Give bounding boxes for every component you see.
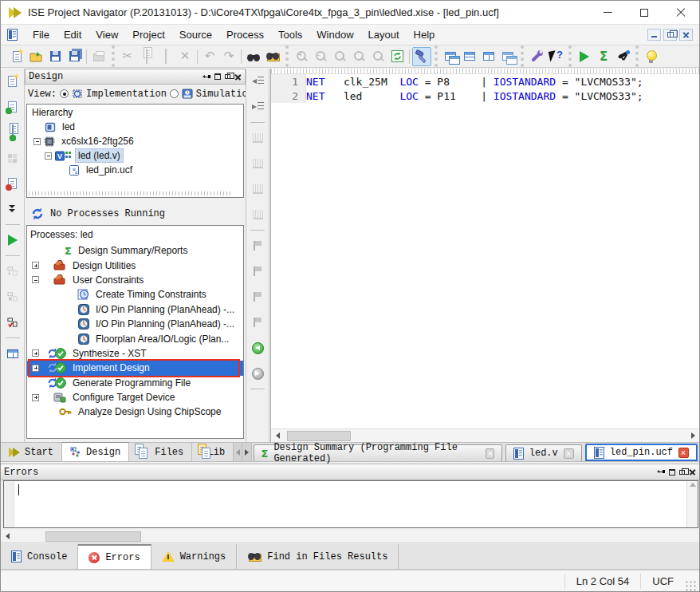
print-button[interactable] (89, 47, 108, 66)
process-design-summary[interactable]: Σ Design Summary/Reports (27, 243, 243, 258)
column-ruler-button[interactable] (248, 180, 267, 199)
editor-tab-design-summary[interactable]: Σ Design Summary (Programming File Gener… (254, 444, 502, 461)
implement-tools-button[interactable] (412, 47, 431, 66)
column-ruler-5-button[interactable] (248, 205, 267, 224)
copy-button[interactable] (137, 47, 156, 66)
tile-horizontal-button[interactable] (460, 47, 479, 66)
collapse-expander-icon[interactable] (33, 138, 41, 145)
resize-grip[interactable] (685, 580, 696, 591)
tab-warnings[interactable]: Warnings (151, 544, 238, 569)
tab-scroll-right-button[interactable] (242, 443, 251, 461)
zoom-full-button[interactable] (330, 47, 349, 66)
stop-button[interactable] (3, 287, 22, 306)
menu-layout[interactable]: Layout (361, 26, 407, 44)
tile-vertical-button[interactable] (479, 47, 498, 66)
navigate-back-button[interactable] (248, 338, 267, 357)
tab-files[interactable]: Files (129, 443, 192, 461)
menu-project[interactable]: Project (125, 26, 171, 44)
process-label[interactable]: I/O Pin Planning (PlanAhead) -... (92, 318, 238, 330)
process-io-pin-planning-post[interactable]: I/O Pin Planning (PlanAhead) -... (27, 317, 243, 331)
process-label[interactable]: Create Timing Constraints (92, 288, 210, 301)
close-panel-icon[interactable] (689, 468, 696, 476)
float-panel-icon[interactable] (203, 73, 210, 81)
process-label[interactable]: I/O Pin Planning (PlanAhead) -... (92, 303, 238, 316)
zoom-in-button[interactable]: + (292, 47, 311, 66)
process-label[interactable]: Design Summary/Reports (75, 244, 191, 257)
more-options-button[interactable] (3, 199, 22, 219)
delete-button[interactable]: ✕ (175, 47, 195, 66)
maximize-panel-icon[interactable] (669, 469, 675, 476)
zoom-box-button[interactable] (349, 47, 368, 66)
rerun-button[interactable] (3, 262, 22, 281)
tree-node-project[interactable]: led (27, 120, 243, 134)
tree-node-ucf[interactable]: uc led_pin.ucf (27, 163, 243, 177)
errors-console-output[interactable] (3, 480, 698, 528)
minimize-button[interactable] (589, 1, 626, 24)
code-editor[interactable]: 1 NET clk_25M LOC = P8 | IOSTANDARD = "L… (270, 69, 699, 442)
toggle-bookmark-button[interactable] (248, 236, 267, 255)
expand-expander-icon[interactable] (32, 262, 39, 269)
process-floorplan[interactable]: Floorplan Area/IO/Logic (Plan... (27, 331, 243, 345)
restore-panel-icon[interactable] (679, 470, 685, 475)
scroll-left-button[interactable] (271, 430, 284, 442)
ruler-button[interactable] (248, 128, 267, 148)
mdi-minimize-button[interactable] (647, 29, 661, 41)
process-analyze-chipscope[interactable]: Analyze Design Using ChipScope (27, 405, 243, 419)
save-button[interactable] (45, 47, 65, 66)
run-process-button[interactable] (575, 47, 594, 66)
close-tab-icon[interactable] (486, 448, 494, 459)
close-tab-icon[interactable] (678, 448, 689, 458)
menu-window[interactable]: Window (309, 26, 360, 44)
close-tab-icon[interactable] (564, 448, 574, 459)
errors-hscrollbar[interactable] (1, 530, 699, 543)
add-source-button[interactable] (3, 97, 22, 116)
cascade-windows-button[interactable] (441, 47, 460, 66)
tab-scroll-left-button[interactable] (234, 443, 242, 461)
float-panel-icon[interactable] (657, 468, 665, 476)
process-generate-programming-file[interactable]: Generate Programming File (27, 376, 243, 390)
refresh-button[interactable] (387, 47, 407, 66)
process-label[interactable]: User Constraints (69, 274, 147, 286)
simulation-radio[interactable] (170, 89, 179, 98)
implementation-radio[interactable] (60, 89, 69, 98)
analyze-chipscope-button[interactable] (613, 47, 632, 66)
save-all-button[interactable] (65, 47, 84, 66)
scroll-right-button[interactable] (686, 430, 699, 442)
editor-tab-led-pin-ucf[interactable]: led_pin.ucf (585, 444, 698, 461)
editor-hscrollbar[interactable] (271, 428, 699, 442)
prev-bookmark-button[interactable] (248, 287, 267, 306)
tree-node-label-selected[interactable]: led (led.v) (75, 148, 124, 163)
tree-node-label[interactable]: led (60, 120, 77, 133)
menu-file[interactable]: File (26, 26, 57, 44)
context-help-button[interactable]: ? (546, 47, 565, 66)
tree-node-module[interactable]: V led (led.v) (27, 148, 243, 163)
process-user-constraints[interactable]: User Constraints (27, 273, 243, 287)
errors-vscrollbar[interactable] (686, 481, 698, 527)
process-io-pin-planning-pre[interactable]: I/O Pin Planning (PlanAhead) -... (27, 302, 243, 317)
code-line[interactable]: 2 NET led LOC = P11 | IOSTANDARD = "LVCM… (271, 89, 699, 103)
process-design-utilities[interactable]: Design Utilities (27, 258, 243, 272)
ruler-5-button[interactable] (248, 154, 267, 173)
expand-expander-icon[interactable] (32, 349, 39, 357)
process-label[interactable]: Synthesize - XST (69, 347, 150, 360)
design-summary-button[interactable]: Σ (594, 47, 613, 66)
code-line[interactable]: 1 NET clk_25M LOC = P8 | IOSTANDARD = "L… (271, 74, 699, 89)
run-button[interactable] (3, 231, 22, 250)
expand-expander-icon[interactable] (32, 394, 39, 401)
open-sources-button[interactable] (3, 148, 22, 168)
redo-button[interactable]: ↷ (219, 47, 238, 66)
new-file-button[interactable] (7, 47, 26, 66)
find-button[interactable] (244, 47, 263, 66)
zoom-selection-button[interactable] (368, 47, 387, 66)
tree-node-label[interactable]: led_pin.ucf (84, 164, 135, 176)
tab-find-in-files-results[interactable]: Find in Files Results (237, 544, 399, 569)
editor-top-scrollbar[interactable] (271, 69, 699, 74)
process-implement-design[interactable]: Implement Design (27, 361, 243, 375)
scrollbar-thumb[interactable] (45, 531, 141, 542)
process-label[interactable]: Design Utilities (69, 259, 139, 272)
remove-source-button[interactable] (3, 174, 22, 193)
maximize-button[interactable] (626, 1, 663, 24)
view-columns-button[interactable] (3, 344, 22, 363)
expand-expander-icon[interactable] (32, 365, 39, 372)
collapse-expander-icon[interactable] (32, 276, 39, 283)
